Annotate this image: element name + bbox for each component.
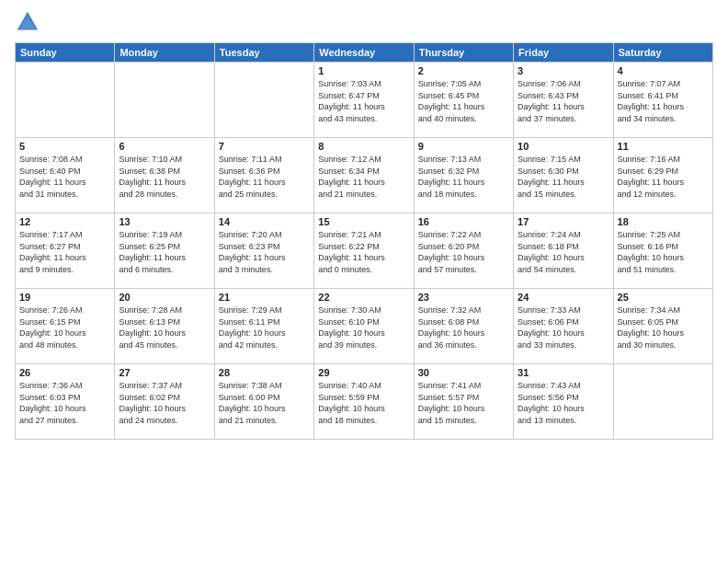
calendar-cell: 6Sunrise: 7:10 AM Sunset: 6:38 PM Daylig… [115, 138, 214, 213]
day-info: Sunrise: 7:37 AM Sunset: 6:02 PM Dayligh… [119, 380, 210, 426]
week-row-2: 5Sunrise: 7:08 AM Sunset: 6:40 PM Daylig… [16, 138, 713, 213]
day-number: 25 [618, 292, 709, 303]
weekday-header-wednesday: Wednesday [314, 43, 414, 63]
calendar-cell: 21Sunrise: 7:29 AM Sunset: 6:11 PM Dayli… [214, 289, 313, 364]
weekday-header-saturday: Saturday [613, 43, 712, 63]
calendar-cell [214, 63, 313, 138]
day-number: 20 [119, 292, 210, 303]
day-number: 26 [19, 367, 110, 378]
day-number: 23 [418, 292, 509, 303]
calendar-cell: 11Sunrise: 7:16 AM Sunset: 6:29 PM Dayli… [613, 138, 712, 213]
day-info: Sunrise: 7:05 AM Sunset: 6:45 PM Dayligh… [418, 78, 509, 124]
day-info: Sunrise: 7:22 AM Sunset: 6:20 PM Dayligh… [418, 229, 509, 275]
calendar-cell: 17Sunrise: 7:24 AM Sunset: 6:18 PM Dayli… [514, 213, 613, 289]
day-number: 17 [518, 216, 609, 227]
day-number: 14 [219, 216, 310, 227]
day-number: 16 [418, 216, 509, 227]
calendar-cell: 19Sunrise: 7:26 AM Sunset: 6:15 PM Dayli… [16, 289, 115, 364]
logo [15, 9, 44, 35]
calendar-cell: 14Sunrise: 7:20 AM Sunset: 6:23 PM Dayli… [214, 213, 313, 289]
day-info: Sunrise: 7:33 AM Sunset: 6:06 PM Dayligh… [518, 304, 609, 350]
day-number: 15 [318, 216, 409, 227]
calendar-cell: 22Sunrise: 7:30 AM Sunset: 6:10 PM Dayli… [314, 289, 414, 364]
day-number: 12 [19, 216, 110, 227]
day-number: 18 [618, 216, 709, 227]
weekday-header-thursday: Thursday [414, 43, 513, 63]
calendar-cell: 31Sunrise: 7:43 AM Sunset: 5:56 PM Dayli… [514, 364, 613, 440]
day-info: Sunrise: 7:11 AM Sunset: 6:36 PM Dayligh… [219, 154, 310, 200]
day-info: Sunrise: 7:25 AM Sunset: 6:16 PM Dayligh… [618, 229, 709, 275]
calendar-cell: 20Sunrise: 7:28 AM Sunset: 6:13 PM Dayli… [115, 289, 214, 364]
calendar-table: SundayMondayTuesdayWednesdayThursdayFrid… [15, 42, 713, 440]
day-number: 9 [418, 141, 509, 152]
calendar-cell: 13Sunrise: 7:19 AM Sunset: 6:25 PM Dayli… [115, 213, 214, 289]
week-row-1: 1Sunrise: 7:03 AM Sunset: 6:47 PM Daylig… [16, 63, 713, 138]
day-info: Sunrise: 7:28 AM Sunset: 6:13 PM Dayligh… [119, 304, 210, 350]
day-number: 8 [318, 141, 409, 152]
day-number: 2 [418, 65, 509, 76]
week-row-3: 12Sunrise: 7:17 AM Sunset: 6:27 PM Dayli… [16, 213, 713, 289]
calendar-cell [16, 63, 115, 138]
calendar-cell: 4Sunrise: 7:07 AM Sunset: 6:41 PM Daylig… [613, 63, 712, 138]
day-info: Sunrise: 7:32 AM Sunset: 6:08 PM Dayligh… [418, 304, 509, 350]
day-number: 6 [119, 141, 210, 152]
day-info: Sunrise: 7:24 AM Sunset: 6:18 PM Dayligh… [518, 229, 609, 275]
weekday-header-sunday: Sunday [16, 43, 115, 63]
calendar-cell: 12Sunrise: 7:17 AM Sunset: 6:27 PM Dayli… [16, 213, 115, 289]
day-info: Sunrise: 7:10 AM Sunset: 6:38 PM Dayligh… [119, 154, 210, 200]
day-number: 31 [518, 367, 609, 378]
day-info: Sunrise: 7:03 AM Sunset: 6:47 PM Dayligh… [318, 78, 409, 124]
calendar-cell: 1Sunrise: 7:03 AM Sunset: 6:47 PM Daylig… [314, 63, 414, 138]
day-number: 4 [618, 65, 709, 76]
week-row-5: 26Sunrise: 7:36 AM Sunset: 6:03 PM Dayli… [16, 364, 713, 440]
calendar-cell: 8Sunrise: 7:12 AM Sunset: 6:34 PM Daylig… [314, 138, 414, 213]
weekday-header-monday: Monday [115, 43, 214, 63]
page-container: SundayMondayTuesdayWednesdayThursdayFrid… [0, 0, 728, 563]
calendar-cell: 5Sunrise: 7:08 AM Sunset: 6:40 PM Daylig… [16, 138, 115, 213]
day-info: Sunrise: 7:07 AM Sunset: 6:41 PM Dayligh… [618, 78, 709, 124]
weekday-header-row: SundayMondayTuesdayWednesdayThursdayFrid… [16, 43, 713, 63]
day-number: 21 [219, 292, 310, 303]
day-number: 3 [518, 65, 609, 76]
day-info: Sunrise: 7:12 AM Sunset: 6:34 PM Dayligh… [318, 154, 409, 200]
day-number: 27 [119, 367, 210, 378]
day-info: Sunrise: 7:19 AM Sunset: 6:25 PM Dayligh… [119, 229, 210, 275]
logo-icon [15, 9, 40, 35]
day-number: 1 [318, 65, 409, 76]
day-info: Sunrise: 7:40 AM Sunset: 5:59 PM Dayligh… [318, 380, 409, 426]
day-info: Sunrise: 7:13 AM Sunset: 6:32 PM Dayligh… [418, 154, 509, 200]
day-info: Sunrise: 7:06 AM Sunset: 6:43 PM Dayligh… [518, 78, 609, 124]
day-number: 7 [219, 141, 310, 152]
day-number: 19 [19, 292, 110, 303]
day-number: 10 [518, 141, 609, 152]
day-info: Sunrise: 7:21 AM Sunset: 6:22 PM Dayligh… [318, 229, 409, 275]
day-number: 24 [518, 292, 609, 303]
calendar-cell: 7Sunrise: 7:11 AM Sunset: 6:36 PM Daylig… [214, 138, 313, 213]
header [15, 9, 713, 35]
calendar-cell: 15Sunrise: 7:21 AM Sunset: 6:22 PM Dayli… [314, 213, 414, 289]
calendar-cell [613, 364, 712, 440]
day-info: Sunrise: 7:41 AM Sunset: 5:57 PM Dayligh… [418, 380, 509, 426]
calendar-cell: 28Sunrise: 7:38 AM Sunset: 6:00 PM Dayli… [214, 364, 313, 440]
day-number: 30 [418, 367, 509, 378]
day-info: Sunrise: 7:16 AM Sunset: 6:29 PM Dayligh… [618, 154, 709, 200]
calendar-cell: 23Sunrise: 7:32 AM Sunset: 6:08 PM Dayli… [414, 289, 513, 364]
day-number: 5 [19, 141, 110, 152]
day-number: 22 [318, 292, 409, 303]
day-info: Sunrise: 7:20 AM Sunset: 6:23 PM Dayligh… [219, 229, 310, 275]
calendar-cell: 27Sunrise: 7:37 AM Sunset: 6:02 PM Dayli… [115, 364, 214, 440]
day-number: 29 [318, 367, 409, 378]
calendar-cell: 9Sunrise: 7:13 AM Sunset: 6:32 PM Daylig… [414, 138, 513, 213]
day-info: Sunrise: 7:38 AM Sunset: 6:00 PM Dayligh… [219, 380, 310, 426]
day-info: Sunrise: 7:29 AM Sunset: 6:11 PM Dayligh… [219, 304, 310, 350]
calendar-cell: 25Sunrise: 7:34 AM Sunset: 6:05 PM Dayli… [613, 289, 712, 364]
day-info: Sunrise: 7:30 AM Sunset: 6:10 PM Dayligh… [318, 304, 409, 350]
day-info: Sunrise: 7:43 AM Sunset: 5:56 PM Dayligh… [518, 380, 609, 426]
day-info: Sunrise: 7:34 AM Sunset: 6:05 PM Dayligh… [618, 304, 709, 350]
day-number: 28 [219, 367, 310, 378]
calendar-cell: 2Sunrise: 7:05 AM Sunset: 6:45 PM Daylig… [414, 63, 513, 138]
week-row-4: 19Sunrise: 7:26 AM Sunset: 6:15 PM Dayli… [16, 289, 713, 364]
day-info: Sunrise: 7:36 AM Sunset: 6:03 PM Dayligh… [19, 380, 110, 426]
calendar-cell: 16Sunrise: 7:22 AM Sunset: 6:20 PM Dayli… [414, 213, 513, 289]
day-info: Sunrise: 7:17 AM Sunset: 6:27 PM Dayligh… [19, 229, 110, 275]
